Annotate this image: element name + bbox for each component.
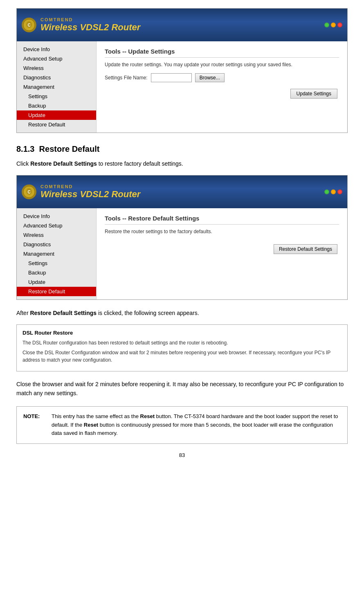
content-2: Tools -- Restore Default Settings Restor… xyxy=(97,208,347,299)
close-paragraph: Close the browser and wait for 2 minutes… xyxy=(16,380,348,398)
intro-paragraph: Click Restore Default Settings to restor… xyxy=(16,160,348,167)
status-dot-red-2 xyxy=(337,189,342,194)
note-content: This entry has the same effect as the Re… xyxy=(52,412,341,438)
sidebar-advanced-setup-1[interactable]: Advanced Setup xyxy=(17,54,96,63)
status-dot-green-2 xyxy=(324,189,329,194)
sidebar-diagnostics-1[interactable]: Diagnostics xyxy=(17,73,96,82)
note-label: NOTE: xyxy=(23,412,46,438)
sidebar-1: Device Info Advanced Setup Wireless Diag… xyxy=(17,41,97,133)
router-body-1: Device Info Advanced Setup Wireless Diag… xyxy=(17,41,347,133)
update-settings-button[interactable]: Update Settings xyxy=(290,89,337,99)
after-paragraph: After Restore Default Settings is clicke… xyxy=(16,310,348,316)
content-desc-1: Update the router settings. You may upda… xyxy=(105,62,339,68)
logo-icon-2: C xyxy=(22,184,36,199)
settings-file-input[interactable] xyxy=(151,73,192,82)
section-title: Restore Default xyxy=(39,144,100,153)
router-brand-1: COMTREND Wireless VDSL2 Router xyxy=(40,17,140,33)
note-text-before: This entry has the same effect as the xyxy=(52,413,140,419)
dsl-restore-box: DSL Router Restore The DSL Router config… xyxy=(16,324,348,371)
sidebar-wireless-1[interactable]: Wireless xyxy=(17,63,96,73)
form-row-1: Settings File Name: Browse... xyxy=(105,73,339,82)
form-label-1: Settings File Name: xyxy=(105,75,148,81)
status-dot-red-1 xyxy=(337,22,342,27)
dsl-restore-line2: Close the DSL Router Configuration windo… xyxy=(22,349,342,364)
sidebar-wireless-2[interactable]: Wireless xyxy=(17,230,96,240)
page-number: 83 xyxy=(16,452,348,458)
note-bold2: Reset xyxy=(84,422,98,428)
router-header-2: C COMTREND Wireless VDSL2 Router xyxy=(17,176,347,208)
sidebar-advanced-setup-2[interactable]: Advanced Setup xyxy=(17,221,96,230)
dsl-restore-line1: The DSL Router configuration has been re… xyxy=(22,339,342,346)
status-dot-green-1 xyxy=(324,22,329,27)
sidebar-2: Device Info Advanced Setup Wireless Diag… xyxy=(17,208,97,299)
sidebar-update-2[interactable]: Update xyxy=(17,277,96,287)
sidebar-management-1[interactable]: Management xyxy=(17,82,96,92)
note-bold1: Reset xyxy=(140,413,155,419)
after-text-before: After xyxy=(16,310,30,316)
sidebar-settings-2[interactable]: Settings xyxy=(17,259,96,268)
router-body-2: Device Info Advanced Setup Wireless Diag… xyxy=(17,208,347,299)
page-content: C COMTREND Wireless VDSL2 Router Device … xyxy=(0,0,364,470)
header-right-2 xyxy=(324,189,342,194)
router-brand-2: COMTREND Wireless VDSL2 Router xyxy=(40,184,140,200)
intro-bold: Restore Default Settings xyxy=(30,160,97,167)
section-heading: 8.1.3 Restore Default xyxy=(16,144,348,154)
after-text-rest: is clicked, the following screen appears… xyxy=(97,310,199,316)
sidebar-restore-default-2[interactable]: Restore Default xyxy=(17,287,96,296)
status-circles-1 xyxy=(324,22,342,27)
product-name-1: Wireless VDSL2 Router xyxy=(40,22,140,33)
logo-icon: C xyxy=(22,18,36,32)
svg-text:C: C xyxy=(27,190,30,194)
sidebar-device-info-1[interactable]: Device Info xyxy=(17,45,96,54)
sidebar-backup-1[interactable]: Backup xyxy=(17,101,96,110)
sidebar-settings-1[interactable]: Settings xyxy=(17,92,96,101)
brand-name-1: COMTREND xyxy=(40,17,140,22)
content-title-1: Tools -- Update Settings xyxy=(105,48,339,58)
sidebar-diagnostics-2[interactable]: Diagnostics xyxy=(17,240,96,249)
sidebar-device-info-2[interactable]: Device Info xyxy=(17,212,96,221)
header-right-1 xyxy=(324,22,342,27)
section-number: 8.1.3 xyxy=(16,144,34,153)
sidebar-management-2[interactable]: Management xyxy=(17,249,96,259)
sidebar-update-1[interactable]: Update xyxy=(17,110,96,120)
router-header-1: C COMTREND Wireless VDSL2 Router xyxy=(17,9,347,41)
status-circles-2 xyxy=(324,189,342,194)
browse-button-1[interactable]: Browse... xyxy=(195,73,225,82)
sidebar-restore-default-1[interactable]: Restore Default xyxy=(17,120,96,129)
content-1: Tools -- Update Settings Update the rout… xyxy=(97,41,347,133)
note-box: NOTE: This entry has the same effect as … xyxy=(16,406,348,444)
dsl-restore-title: DSL Router Restore xyxy=(22,330,342,336)
content-desc-2: Restore the router settings to the facto… xyxy=(105,229,339,234)
screenshot2: C COMTREND Wireless VDSL2 Router Device … xyxy=(16,175,348,300)
svg-text:C: C xyxy=(27,23,30,27)
intro-text-before: Click xyxy=(16,160,30,167)
restore-default-button[interactable]: Restore Default Settings xyxy=(274,244,337,254)
after-bold: Restore Default Settings xyxy=(30,310,97,316)
sidebar-backup-2[interactable]: Backup xyxy=(17,268,96,277)
status-dot-orange-2 xyxy=(331,189,336,194)
screenshot1: C COMTREND Wireless VDSL2 Router Device … xyxy=(16,8,348,133)
product-name-2: Wireless VDSL2 Router xyxy=(40,189,140,200)
brand-name-2: COMTREND xyxy=(40,184,140,189)
intro-text-rest: to restore factory default settings. xyxy=(97,160,183,167)
status-dot-orange-1 xyxy=(331,22,336,27)
content-title-2: Tools -- Restore Default Settings xyxy=(105,215,339,225)
